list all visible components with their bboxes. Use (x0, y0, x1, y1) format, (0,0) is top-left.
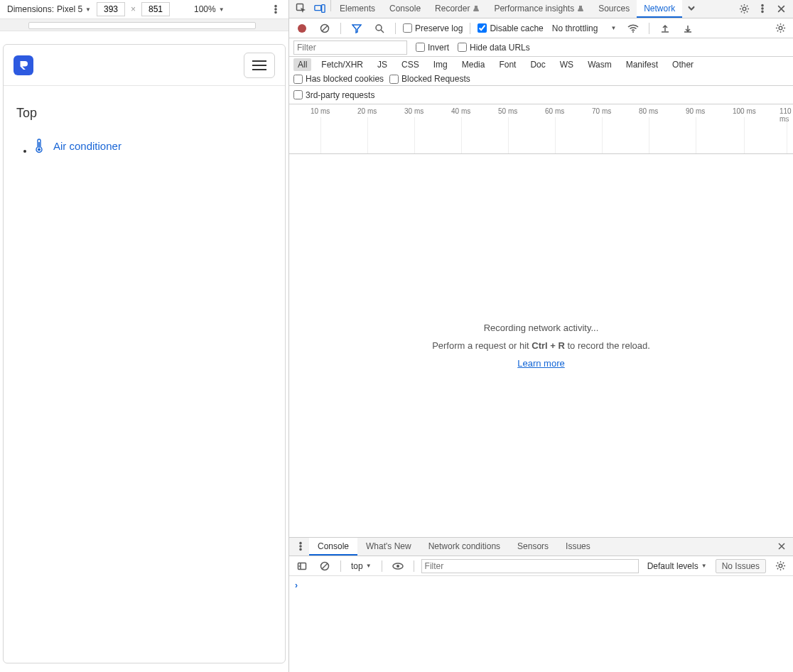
network-conditions-icon[interactable] (625, 20, 642, 37)
network-settings-gear-icon[interactable] (772, 20, 789, 37)
drawer-tab-sensors[interactable]: Sensors (509, 538, 557, 556)
drawer-kebab-icon[interactable] (292, 538, 309, 555)
svg-point-27 (779, 564, 782, 568)
type-media[interactable]: Media (458, 58, 490, 71)
drawer-tab-issues[interactable]: Issues (557, 538, 599, 556)
device-list: Air conditioner (15, 138, 274, 156)
hide-data-urls-checkbox[interactable]: Hide data URLs (458, 43, 530, 53)
tab-sources[interactable]: Sources (591, 0, 637, 18)
record-button[interactable] (293, 20, 311, 37)
clear-console-icon[interactable] (316, 558, 333, 575)
chevron-down-icon: ▼ (610, 25, 616, 31)
throttling-selector[interactable]: No throttling▼ (549, 22, 620, 35)
type-all[interactable]: All (293, 58, 311, 71)
tab-network[interactable]: Network (637, 0, 682, 18)
type-js[interactable]: JS (373, 58, 392, 71)
tab-recorder[interactable]: Recorder (428, 0, 487, 18)
blocked-requests-checkbox[interactable]: Blocked Requests (389, 74, 470, 84)
list-item: Air conditioner (33, 138, 274, 156)
settings-gear-icon[interactable] (735, 0, 753, 17)
devtools-tabbar: Elements Console Recorder Performance in… (289, 0, 793, 18)
third-party-checkbox[interactable]: 3rd-party requests (293, 90, 374, 100)
import-har-icon[interactable] (657, 20, 674, 37)
tab-performance-insights[interactable]: Performance insights (487, 0, 591, 18)
type-ws[interactable]: WS (556, 58, 578, 71)
type-img[interactable]: Img (429, 58, 452, 71)
console-settings-gear-icon[interactable] (772, 558, 789, 575)
height-input[interactable] (141, 2, 170, 16)
type-manifest[interactable]: Manifest (622, 58, 662, 71)
console-filter-input[interactable] (421, 559, 639, 573)
type-wasm[interactable]: Wasm (583, 58, 616, 71)
device-selector[interactable]: Dimensions: Pixel 5 ▼ (4, 3, 94, 16)
type-doc[interactable]: Doc (526, 58, 549, 71)
divider (340, 560, 341, 572)
svg-rect-7 (322, 5, 325, 13)
chevron-down-icon: ▼ (85, 6, 91, 13)
app-content: Top Air conditioner (4, 86, 285, 171)
network-timeline[interactable]: 10 ms20 ms30 ms40 ms50 ms60 ms70 ms80 ms… (289, 104, 793, 154)
type-fetch-xhr[interactable]: Fetch/XHR (317, 58, 367, 71)
thermometer-icon (33, 138, 45, 153)
svg-line-15 (381, 30, 384, 33)
no-issues-badge[interactable]: No Issues (716, 559, 766, 573)
type-css[interactable]: CSS (397, 58, 424, 71)
svg-point-0 (275, 5, 276, 6)
svg-point-1 (275, 9, 276, 10)
svg-point-20 (300, 548, 301, 550)
drawer-tab-whats-new[interactable]: What's New (357, 538, 420, 556)
invert-checkbox[interactable]: Invert (416, 43, 449, 53)
export-har-icon[interactable] (679, 20, 696, 37)
kebab-menu-icon[interactable] (267, 1, 284, 18)
context-selector[interactable]: top▼ (348, 560, 374, 573)
drawer-tab-console[interactable]: Console (309, 538, 357, 556)
preserve-log-checkbox[interactable]: Preserve log (403, 23, 463, 33)
devtools-pane: Elements Console Recorder Performance in… (289, 0, 793, 672)
svg-line-24 (322, 563, 328, 569)
network-filter-input[interactable] (293, 40, 407, 55)
device-emulation-pane: Dimensions: Pixel 5 ▼ × 100% ▼ (0, 0, 289, 672)
toggle-device-icon[interactable] (311, 0, 329, 17)
kebab-menu-icon[interactable] (753, 0, 772, 17)
svg-point-14 (376, 25, 382, 31)
devtools-drawer: Console What's New Network conditions Se… (289, 537, 793, 672)
console-body[interactable]: › (289, 576, 793, 672)
network-toolbar: Preserve log Disable cache No throttling… (289, 18, 793, 38)
filter-toggle-icon[interactable] (348, 20, 365, 37)
app-logo-icon[interactable] (14, 55, 33, 75)
times-label: × (131, 4, 136, 14)
resource-type-filters: All Fetch/XHR JS CSS Img Media Font Doc … (289, 57, 793, 86)
drawer-tab-network-conditions[interactable]: Network conditions (420, 538, 509, 556)
close-drawer-icon[interactable] (773, 538, 790, 555)
clear-icon[interactable] (316, 20, 333, 37)
zoom-selector[interactable]: 100% ▼ (191, 3, 227, 16)
timeline-tick: 110 ms (779, 107, 793, 123)
tab-console[interactable]: Console (382, 0, 428, 18)
network-empty-state: Recording network activity... Perform a … (289, 154, 793, 537)
type-other[interactable]: Other (668, 58, 698, 71)
disable-cache-checkbox[interactable]: Disable cache (478, 23, 543, 33)
device-ruler[interactable] (0, 18, 288, 31)
more-tabs-icon[interactable] (682, 0, 701, 17)
width-input[interactable] (97, 2, 125, 16)
hamburger-menu-button[interactable] (244, 53, 275, 78)
learn-more-link[interactable]: Learn more (517, 358, 564, 369)
svg-point-19 (300, 546, 301, 547)
tab-elements[interactable]: Elements (333, 0, 382, 18)
search-icon[interactable] (371, 20, 388, 37)
svg-point-4 (38, 148, 41, 151)
inspect-element-icon[interactable] (292, 0, 311, 17)
air-conditioner-link[interactable]: Air conditioner (33, 138, 122, 153)
zoom-value: 100% (194, 4, 216, 14)
device-viewport: Top Air conditioner (0, 31, 288, 672)
divider (395, 23, 396, 34)
live-expression-icon[interactable] (389, 558, 406, 575)
blocked-cookies-checkbox[interactable]: Has blocked cookies (293, 74, 384, 84)
console-sidebar-toggle-icon[interactable] (293, 558, 311, 575)
type-font[interactable]: Font (495, 58, 520, 71)
log-levels-selector[interactable]: Default levels▼ (644, 560, 710, 573)
close-devtools-icon[interactable] (772, 0, 790, 17)
chevron-down-icon: ▼ (701, 563, 707, 569)
page-title: Top (16, 106, 274, 121)
divider (649, 23, 649, 34)
